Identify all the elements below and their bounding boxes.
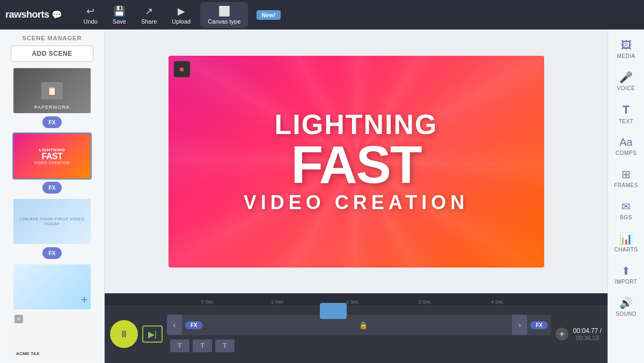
current-time: 00:04.77 / bbox=[573, 327, 602, 335]
track-nav-right[interactable]: › bbox=[512, 315, 527, 335]
sound-label: SOUND bbox=[616, 311, 636, 317]
tool-bgs[interactable]: ✉ BGs bbox=[611, 196, 642, 225]
canvas-type-icon: ⬜ bbox=[218, 5, 230, 17]
scene-thumbnail-2: LIGHTNING FAST VIDEO CREATION bbox=[12, 132, 92, 180]
tool-sound[interactable]: 🔊 SOUND bbox=[611, 292, 642, 321]
track-fx-button-right[interactable]: FX bbox=[530, 321, 548, 329]
ruler-mark-3: 3 Sec bbox=[419, 299, 431, 305]
track-fx-button[interactable]: FX bbox=[185, 321, 203, 329]
scene-thumbnail-1: 📋 PAPERWORK bbox=[12, 67, 92, 114]
play-pause-button[interactable]: ⏸ bbox=[110, 320, 138, 348]
undo-button[interactable]: ↩ Undo bbox=[78, 3, 103, 27]
thumb-blue-abstract-text: CREATE YOUR FIRST VIDEO TODAY bbox=[16, 217, 89, 226]
track-nav-left[interactable]: ‹ bbox=[167, 315, 182, 335]
scene-item-1[interactable]: 📋 PAPERWORK FX bbox=[12, 67, 92, 130]
timeline-body: ⏸ ▶| ‹ FX bbox=[105, 305, 608, 363]
text-block-1[interactable]: T bbox=[170, 339, 189, 352]
scene-item-2[interactable]: LIGHTNING FAST VIDEO CREATION FX bbox=[12, 132, 92, 196]
scene-item-4[interactable]: + bbox=[12, 263, 92, 310]
step-forward-button[interactable]: ▶| bbox=[142, 325, 163, 343]
import-label: IMPORT bbox=[615, 279, 638, 285]
text-block-3[interactable]: T bbox=[215, 339, 235, 352]
thumb-acme: ACME TAX bbox=[13, 314, 91, 359]
canvas-text-lightning: LIGHTNING bbox=[275, 110, 438, 138]
track-playhead bbox=[333, 303, 334, 335]
upload-icon: ▶ bbox=[178, 5, 185, 17]
step-forward-icon: ▶| bbox=[148, 329, 157, 339]
upload-button[interactable]: ▶ Upload bbox=[166, 3, 196, 27]
voice-label: VOICE bbox=[617, 85, 635, 91]
charts-label: CHARTS bbox=[614, 247, 638, 253]
save-icon: 💾 bbox=[113, 5, 125, 17]
paperwork-label: PAPERWORK bbox=[34, 105, 70, 110]
tool-import[interactable]: ⬆ IMPORT bbox=[611, 260, 642, 289]
frames-label: FRAMES bbox=[614, 182, 638, 188]
scene-item-3[interactable]: CREATE YOUR FIRST VIDEO TODAY FX bbox=[12, 198, 92, 261]
main-canvas[interactable]: LIGHTNING FAST VIDEO CREATION bbox=[169, 56, 544, 268]
ruler-mark-2: 2 Sec bbox=[346, 299, 358, 305]
charts-icon: 📊 bbox=[619, 232, 633, 245]
thumb-acme-text: ACME TAX bbox=[16, 351, 40, 356]
scene-manager-title: SCENE MANAGER bbox=[0, 29, 104, 46]
share-button[interactable]: ↗ Share bbox=[136, 3, 162, 27]
tool-text[interactable]: T TEXT bbox=[611, 99, 642, 129]
import-icon: ⬆ bbox=[621, 264, 631, 277]
canvas-type-label: Canvas type bbox=[208, 18, 240, 25]
undo-icon: ↩ bbox=[86, 5, 94, 17]
record-icon: ■ bbox=[174, 61, 190, 77]
upload-label: Upload bbox=[172, 18, 191, 25]
ruler-mark-1: 1 Sec bbox=[271, 299, 283, 305]
save-label: Save bbox=[113, 18, 126, 25]
frames-icon: ⊞ bbox=[621, 168, 631, 181]
scene-thumbnail-4: + bbox=[12, 263, 92, 310]
logo-icon: 💬 bbox=[52, 10, 62, 20]
scene-list: 📋 PAPERWORK FX LIGHTNING FAST VIDEO CREA… bbox=[0, 67, 104, 362]
topbar: rawshorts 💬 ↩ Undo 💾 Save ↗ Share ▶ Uplo… bbox=[0, 0, 644, 29]
canvas-text-creation: VIDEO CREATION bbox=[244, 193, 469, 212]
fx-badge-2[interactable]: FX bbox=[42, 182, 62, 194]
canvas-area: ■ LIGHTNING FAST VIDEO CREATION bbox=[105, 29, 608, 293]
new-badge: New! bbox=[257, 10, 280, 20]
left-sidebar: SCENE MANAGER ADD SCENE 📋 PAPERWORK FX bbox=[0, 29, 105, 363]
media-icon: 🖼 bbox=[621, 39, 632, 51]
tool-media[interactable]: 🖼 MEDIA bbox=[611, 35, 642, 63]
main-area: SCENE MANAGER ADD SCENE 📋 PAPERWORK FX bbox=[0, 29, 644, 363]
ruler-mark-4: 4 Sec bbox=[491, 299, 503, 305]
scene-thumbnail-3: CREATE YOUR FIRST VIDEO TODAY bbox=[12, 198, 92, 245]
tool-voice[interactable]: 🎤 VOICE bbox=[611, 66, 642, 95]
thumb-blue-abstract: CREATE YOUR FIRST VIDEO TODAY bbox=[13, 199, 91, 244]
add-track-button[interactable]: + bbox=[555, 328, 568, 340]
logo-area: rawshorts 💬 bbox=[5, 9, 62, 20]
save-button[interactable]: 💾 Save bbox=[107, 3, 131, 27]
timeline-text-row: T T T bbox=[167, 338, 551, 353]
fx-badge-3[interactable]: FX bbox=[42, 247, 62, 259]
tool-charts[interactable]: 📊 CHARTS bbox=[611, 228, 642, 257]
scene-item-5[interactable]: ✕ ACME TAX bbox=[12, 313, 92, 360]
timeline-track-area: ‹ FX 🔒 › FX T T bbox=[167, 315, 551, 353]
add-scene-button[interactable]: ADD SCENE bbox=[11, 46, 93, 62]
text-label: TEXT bbox=[619, 118, 634, 124]
fx-badge-1[interactable]: FX bbox=[42, 116, 62, 128]
share-icon: ↗ bbox=[145, 5, 153, 17]
timeline-ruler: 0 Sec 1 Sec 2 Sec 3 Sec 4 Sec bbox=[105, 293, 608, 305]
canvas-text-fast: FAST bbox=[291, 138, 421, 191]
track-lock-icon: 🔒 bbox=[359, 321, 368, 329]
comps-icon: Aa bbox=[619, 136, 632, 149]
tool-comps[interactable]: Aa COMPS bbox=[611, 132, 642, 160]
sound-icon: 🔊 bbox=[619, 297, 633, 309]
thumb-paperwork: 📋 PAPERWORK bbox=[13, 68, 91, 113]
undo-label: Undo bbox=[84, 18, 98, 25]
voice-icon: 🎤 bbox=[619, 71, 633, 84]
thumb-lightning-text2: FAST bbox=[42, 152, 63, 161]
logo-text: rawshorts bbox=[5, 9, 49, 20]
paperwork-doc-icon: 📋 bbox=[47, 86, 57, 96]
text-block-2[interactable]: T bbox=[193, 339, 212, 352]
record-symbol: ■ bbox=[179, 65, 184, 73]
bgs-icon: ✉ bbox=[621, 200, 631, 213]
canvas-type-button[interactable]: ⬜ Canvas type bbox=[200, 2, 248, 28]
share-label: Share bbox=[141, 18, 157, 25]
tool-frames[interactable]: ⊞ FRAMES bbox=[611, 164, 642, 192]
timeline: 0 Sec 1 Sec 2 Sec 3 Sec 4 Sec ⏸ ▶| bbox=[105, 293, 608, 363]
total-time: 00:36.13 bbox=[576, 335, 599, 341]
bgs-label: BGs bbox=[620, 214, 632, 220]
